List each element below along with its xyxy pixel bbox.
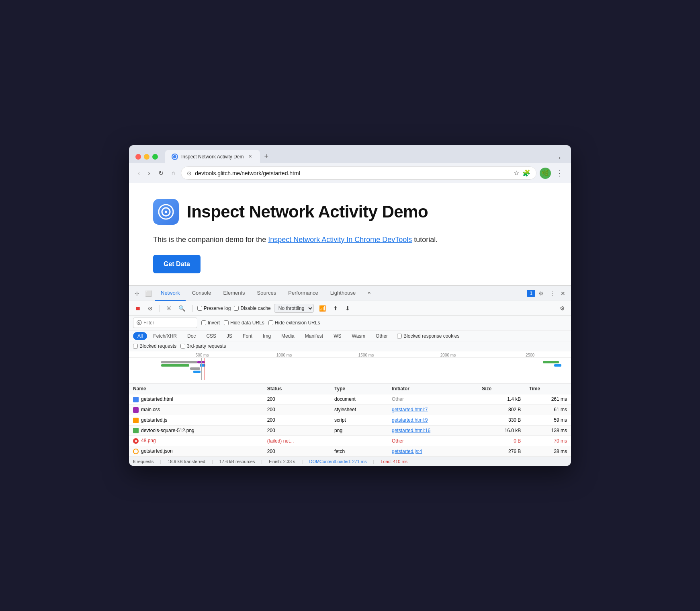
devtools-tutorial-link[interactable]: Inspect Network Activity In Chrome DevTo… [268, 236, 412, 244]
tab-more[interactable]: » [362, 286, 376, 301]
col-header-time[interactable]: Time [525, 383, 571, 394]
type-chip-js[interactable]: JS [222, 332, 237, 340]
type-chip-css[interactable]: CSS [202, 332, 221, 340]
new-tab-button[interactable]: + [260, 150, 272, 163]
page-title: Inspect Network Activity Demo [187, 202, 428, 221]
get-data-button[interactable]: Get Data [153, 255, 201, 273]
cell-initiator[interactable]: getstarted.html:7 [388, 404, 478, 415]
tab-lighthouse[interactable]: Lighthouse [325, 286, 362, 301]
table-row[interactable]: devtools-square-512.png200pnggetstarted.… [129, 425, 571, 436]
upload-icon[interactable]: ⬆ [331, 304, 340, 313]
tab-network[interactable]: Network [155, 286, 186, 301]
type-chip-img[interactable]: Img [258, 332, 275, 340]
console-badge: 1 [527, 290, 535, 297]
type-chip-wasm[interactable]: Wasm [348, 332, 370, 340]
disable-cache-input[interactable] [234, 306, 239, 311]
hide-data-urls-input[interactable] [224, 320, 229, 325]
table-row[interactable]: ✕48.png(failed) net...Other0 B70 ms [129, 436, 571, 446]
ruler-mark-1500: 1500 ms [325, 353, 407, 357]
disable-cache-checkbox[interactable]: Disable cache [234, 306, 270, 311]
active-tab[interactable]: Inspect Network Activity Dem ✕ [165, 150, 260, 163]
table-row[interactable]: getstarted.js200scriptgetstarted.html:93… [129, 415, 571, 425]
ruler-mark-2500: 2500 [489, 353, 571, 357]
table-row[interactable]: main.css200stylesheetgetstarted.html:780… [129, 404, 571, 415]
cell-size: 1.4 kB [478, 394, 525, 405]
tab-console[interactable]: Console [186, 286, 217, 301]
devtools-more-icon[interactable]: ⋮ [547, 287, 557, 300]
device-tool-icon[interactable]: ⬜ [143, 287, 154, 300]
blocked-cookies-input[interactable] [397, 334, 402, 338]
timeline-bar-7 [543, 361, 559, 363]
tab-chevron-icon[interactable]: › [555, 152, 565, 163]
forward-button[interactable]: › [145, 168, 152, 178]
col-header-status[interactable]: Status [263, 383, 330, 394]
invert-input[interactable] [201, 320, 206, 325]
maximize-traffic-light[interactable] [152, 154, 158, 160]
preserve-log-input[interactable] [197, 306, 202, 311]
third-party-input[interactable] [180, 344, 185, 349]
filter-bar: ⦾ Invert Hide data URLs Hide extension U… [129, 316, 571, 330]
third-party-checkbox[interactable]: 3rd-party requests [180, 343, 226, 349]
clear-button[interactable]: ⊘ [146, 304, 155, 313]
cell-status: 200 [263, 425, 330, 436]
type-chip-fetch[interactable]: Fetch/XHR [149, 332, 181, 340]
cell-time: 59 ms [525, 415, 571, 425]
blocked-cookies-checkbox[interactable]: Blocked response cookies [397, 333, 459, 339]
cell-initiator[interactable]: getstarted.js:4 [388, 446, 478, 457]
cell-initiator[interactable]: getstarted.html:16 [388, 425, 478, 436]
tab-elements[interactable]: Elements [217, 286, 250, 301]
hide-data-urls-checkbox[interactable]: Hide data URLs [224, 320, 264, 326]
type-chip-manifest[interactable]: Manifest [301, 332, 327, 340]
type-chip-doc[interactable]: Doc [183, 332, 200, 340]
col-header-type[interactable]: Type [330, 383, 388, 394]
record-stop-button[interactable]: ⏹ [133, 304, 143, 313]
filter-input[interactable] [143, 320, 192, 326]
tab-sources[interactable]: Sources [252, 286, 282, 301]
type-chip-other[interactable]: Other [371, 332, 392, 340]
tab-close-button[interactable]: ✕ [247, 153, 254, 160]
blocked-requests-input[interactable] [133, 344, 138, 349]
toolbar-separator-1 [160, 305, 160, 312]
browser-menu-icon[interactable]: ⋮ [554, 167, 565, 179]
invert-checkbox[interactable]: Invert [201, 320, 220, 326]
reload-button[interactable]: ↻ [156, 168, 166, 178]
cell-initiator[interactable]: getstarted.html:9 [388, 415, 478, 425]
close-traffic-light[interactable] [135, 154, 141, 160]
hide-data-urls-label: Hide data URLs [230, 320, 264, 326]
type-chip-font[interactable]: Font [238, 332, 257, 340]
bookmark-icon[interactable]: ☆ [514, 169, 519, 177]
minimize-traffic-light[interactable] [144, 154, 149, 160]
filter-button[interactable]: ⦾ [165, 303, 173, 313]
home-button[interactable]: ⌂ [169, 168, 178, 178]
type-chip-media[interactable]: Media [277, 332, 299, 340]
wifi-icon[interactable]: 📶 [317, 304, 328, 313]
type-chip-all[interactable]: All [133, 332, 147, 340]
back-button[interactable]: ‹ [135, 168, 142, 178]
type-chip-ws[interactable]: WS [329, 332, 346, 340]
hide-ext-input[interactable] [268, 320, 273, 325]
col-header-initiator[interactable]: Initiator [388, 383, 478, 394]
col-header-size[interactable]: Size [478, 383, 525, 394]
table-row[interactable]: getstarted.json200fetchgetstarted.js:427… [129, 446, 571, 457]
throttle-select[interactable]: No throttling Fast 3G Slow 3G Offline [274, 304, 314, 313]
preserve-log-checkbox[interactable]: Preserve log [197, 306, 231, 311]
devtools-settings-icon[interactable]: ⚙ [536, 287, 546, 300]
blocked-requests-checkbox[interactable]: Blocked requests [133, 343, 176, 349]
cursor-tool-icon[interactable]: ⊹ [132, 287, 142, 300]
cell-size: 330 B [478, 415, 525, 425]
tab-performance[interactable]: Performance [282, 286, 323, 301]
devtools-close-icon[interactable]: ✕ [558, 287, 568, 300]
hide-ext-label: Hide extension URLs [275, 320, 320, 326]
network-settings-icon[interactable]: ⚙ [558, 304, 567, 313]
download-icon[interactable]: ⬇ [343, 304, 352, 313]
table-row[interactable]: getstarted.html200documentOther1.4 kB261… [129, 394, 571, 405]
network-table-container[interactable]: Name Status Type Initiator Size Time get… [129, 383, 571, 457]
cell-name: getstarted.html [129, 394, 263, 405]
extensions-icon[interactable]: 🧩 [522, 169, 530, 177]
address-bar[interactable]: ⊙ devtools.glitch.me/network/getstarted.… [181, 166, 536, 180]
status-requests: 6 requests [133, 459, 154, 464]
profile-avatar[interactable]: 🌿 [540, 168, 551, 179]
col-header-name[interactable]: Name [129, 383, 263, 394]
search-button[interactable]: 🔍 [176, 304, 187, 313]
hide-ext-checkbox[interactable]: Hide extension URLs [268, 320, 320, 326]
